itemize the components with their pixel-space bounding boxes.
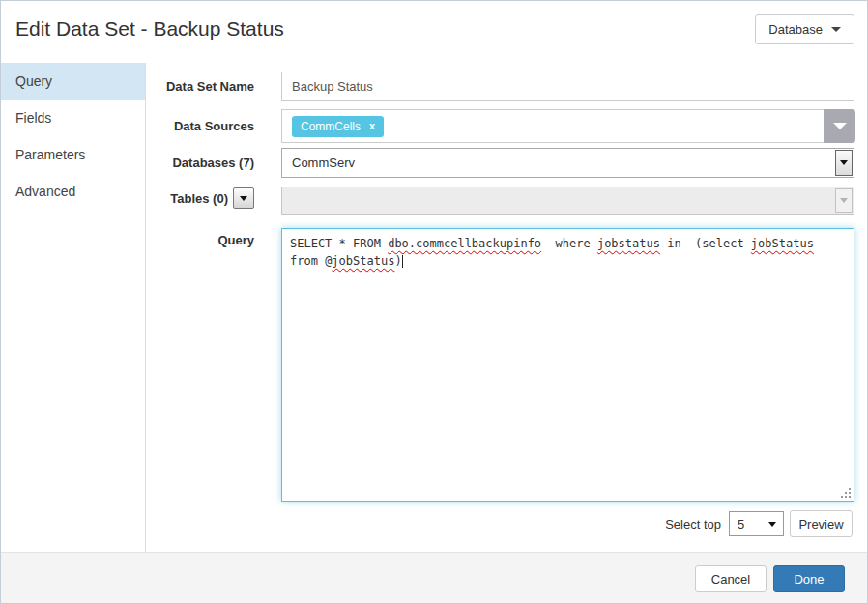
select-top-dropdown[interactable]: 5 — [729, 511, 784, 536]
preview-button[interactable]: Preview — [790, 510, 853, 537]
sidebar: QueryFieldsParametersAdvanced — [1, 63, 146, 552]
data-sources-dropdown-button[interactable] — [824, 109, 855, 143]
text-cursor — [402, 255, 403, 268]
query-text: SELECT * FROM dbo.commcellbackupinfo whe… — [290, 235, 846, 270]
dataset-name-input[interactable] — [281, 72, 854, 101]
databases-selected-value: CommServ — [292, 156, 355, 170]
chevron-down-icon — [240, 196, 247, 201]
sidebar-item-parameters[interactable]: Parameters — [1, 136, 145, 173]
data-source-tag-label: CommCells — [301, 120, 361, 133]
data-sources-label: Data Sources — [144, 119, 254, 133]
done-button[interactable]: Done — [773, 565, 845, 592]
chevron-down-icon — [831, 27, 841, 32]
chevron-down-icon — [768, 522, 776, 527]
data-source-tag[interactable]: CommCellsx — [292, 116, 384, 137]
dataset-name-label: Data Set Name — [144, 79, 254, 94]
databases-label: Databases (7) — [144, 156, 254, 170]
select-top-label: Select top — [605, 517, 721, 532]
query-textarea[interactable]: SELECT * FROM dbo.commcellbackupinfo whe… — [281, 228, 854, 502]
page-title: Edit Data Set - Backup Status — [15, 17, 284, 41]
cancel-button[interactable]: Cancel — [695, 565, 767, 592]
database-dropdown-button[interactable]: Database — [755, 14, 854, 44]
query-label: Query — [144, 233, 254, 247]
tables-dropdown-button[interactable] — [233, 187, 254, 209]
tables-label: Tables (0) — [170, 191, 228, 206]
remove-tag-icon[interactable]: x — [369, 121, 375, 131]
chevron-down-icon — [833, 123, 847, 129]
edit-dataset-dialog: Edit Data Set - Backup Status Database Q… — [0, 0, 868, 604]
select-arrow-icon-disabled — [835, 188, 853, 213]
select-top-value: 5 — [738, 517, 744, 532]
data-sources-field[interactable]: CommCellsx — [281, 109, 854, 143]
resize-grip-icon[interactable] — [841, 488, 852, 499]
tables-label-row: Tables (0) — [144, 187, 254, 209]
sidebar-item-fields[interactable]: Fields — [1, 100, 145, 136]
sidebar-item-advanced[interactable]: Advanced — [1, 173, 145, 210]
sidebar-item-query[interactable]: Query — [1, 63, 145, 100]
select-arrow-icon[interactable] — [835, 150, 853, 176]
tables-select-disabled — [281, 187, 854, 215]
databases-select[interactable]: CommServ — [281, 148, 854, 178]
database-dropdown-label: Database — [768, 22, 823, 37]
